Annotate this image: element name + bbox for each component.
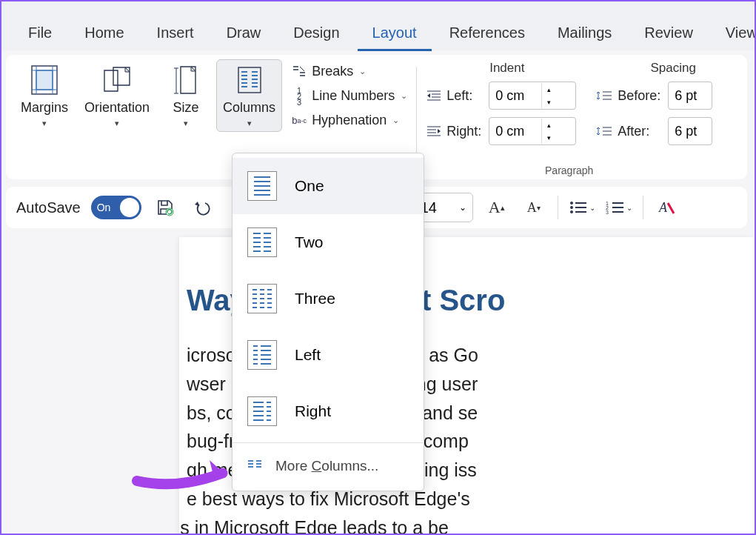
spacing-after-spinner[interactable]: [668, 117, 712, 145]
two-column-icon: [247, 227, 277, 257]
indent-left-spinner[interactable]: ▴▾: [489, 82, 576, 110]
ribbon-tabs: File Home Insert Draw Design Layout Refe…: [1, 12, 755, 50]
columns-option-right[interactable]: Right: [233, 383, 424, 439]
columns-option-label: Left: [295, 346, 321, 364]
svg-point-25: [570, 210, 573, 213]
spacing-before-spinner[interactable]: [668, 82, 712, 110]
indent-right-spinner[interactable]: ▴▾: [489, 117, 576, 145]
orientation-label: Orientation: [84, 100, 150, 116]
indent-left-icon: [426, 90, 442, 102]
bullets-button[interactable]: ⌄: [569, 194, 595, 221]
orientation-button[interactable]: Orientation ▾: [78, 59, 155, 132]
chevron-down-icon: ⌄: [589, 204, 595, 212]
line-numbers-label: Line Numbers: [312, 88, 395, 104]
margins-button[interactable]: Margins ▾: [15, 59, 74, 132]
tab-mailings[interactable]: Mailings: [543, 17, 626, 51]
indent-left-label: Left:: [426, 88, 481, 104]
spin-up[interactable]: ▴: [542, 119, 556, 131]
spacing-before-value[interactable]: [669, 88, 698, 104]
spin-up[interactable]: ▴: [542, 83, 556, 96]
svg-text:A: A: [658, 200, 668, 215]
breaks-button[interactable]: Breaks ⌄: [291, 64, 407, 79]
hyphenation-label: Hyphenation: [312, 113, 387, 128]
tab-draw[interactable]: Draw: [212, 17, 276, 51]
columns-option-label: One: [295, 177, 324, 195]
spacing-after-value[interactable]: [669, 124, 698, 139]
tab-home[interactable]: Home: [70, 17, 138, 51]
left-column-icon: [247, 340, 277, 370]
tab-view[interactable]: View: [711, 17, 756, 51]
autosave-label: AutoSave: [16, 199, 81, 216]
group-paragraph: Indent Spacing Left: ▴▾ Before: Righ: [420, 59, 718, 179]
menu-separator: [233, 442, 424, 443]
spin-down[interactable]: ▾: [542, 131, 556, 144]
tab-layout[interactable]: Layout: [358, 17, 432, 51]
tab-design[interactable]: Design: [278, 17, 354, 51]
columns-option-one[interactable]: One: [233, 158, 424, 214]
tab-review[interactable]: Review: [629, 17, 708, 51]
toggle-knob: [120, 198, 139, 217]
grow-font-button[interactable]: A▴: [484, 194, 510, 221]
indent-right-value[interactable]: [489, 124, 541, 139]
chevron-down-icon: ▾: [115, 119, 119, 128]
svg-point-21: [570, 202, 573, 205]
hyphenation-button[interactable]: ba-c Hyphenation ⌄: [291, 113, 407, 128]
save-button[interactable]: [152, 194, 178, 221]
svg-text:3: 3: [606, 210, 609, 215]
undo-button[interactable]: [189, 194, 215, 221]
titlebar: [1, 1, 755, 12]
shrink-font-button[interactable]: A▾: [521, 194, 547, 221]
right-column-icon: [247, 396, 277, 426]
columns-option-label: Three: [295, 290, 335, 308]
chevron-down-icon: ⌄: [626, 204, 632, 212]
spacing-before-label: Before:: [595, 88, 660, 104]
more-columns-label: More Columns...: [275, 458, 378, 474]
breaks-label: Breaks: [312, 64, 353, 79]
autosave-toggle[interactable]: On: [91, 196, 141, 219]
line-numbers-icon: 123: [291, 90, 307, 103]
spacing-after-label: After:: [595, 124, 660, 139]
more-columns-item[interactable]: More Columns...: [233, 446, 424, 486]
clear-formatting-button[interactable]: A: [654, 194, 680, 221]
indent-right-label: Right:: [426, 124, 481, 139]
size-label: Size: [173, 100, 199, 116]
one-column-icon: [247, 171, 277, 201]
size-button[interactable]: Size ▾: [160, 59, 212, 132]
tab-insert[interactable]: Insert: [142, 17, 209, 51]
margins-icon: [27, 63, 62, 97]
three-column-icon: [247, 284, 277, 313]
spacing-before-icon: [595, 89, 613, 102]
spin-down[interactable]: ▾: [542, 96, 556, 108]
page-gutter: [1, 237, 179, 535]
indent-header: Indent: [489, 61, 524, 76]
tab-references[interactable]: References: [435, 17, 540, 51]
tab-file[interactable]: File: [13, 17, 67, 51]
orientation-icon: [99, 63, 135, 97]
indent-left-value[interactable]: [489, 88, 541, 104]
chevron-down-icon: ▾: [247, 119, 252, 128]
separator: [416, 67, 417, 163]
chevron-down-icon: ▾: [184, 119, 188, 128]
columns-button[interactable]: Columns ▾: [216, 59, 282, 132]
spacing-header: Spacing: [650, 61, 695, 76]
columns-option-label: Two: [295, 233, 324, 251]
columns-option-three[interactable]: Three: [233, 270, 424, 327]
columns-option-left[interactable]: Left: [233, 327, 424, 383]
chevron-down-icon: ⌄: [401, 91, 407, 101]
hyphenation-icon: ba-c: [291, 114, 307, 127]
group-caption-paragraph: Paragraph: [545, 165, 593, 176]
indent-right-icon: [426, 125, 442, 137]
chevron-down-icon: ⌄: [459, 202, 466, 213]
columns-dropdown-menu: One Two Three Left: [232, 153, 424, 491]
columns-label: Columns: [223, 100, 275, 116]
spacing-after-icon: [595, 124, 613, 138]
chevron-down-icon: ⌄: [359, 67, 366, 76]
svg-rect-1: [36, 70, 53, 90]
line-numbers-button[interactable]: 123 Line Numbers ⌄: [291, 88, 407, 104]
columns-icon: [232, 63, 267, 97]
breaks-icon: [291, 65, 307, 79]
columns-option-two[interactable]: Two: [233, 214, 424, 270]
size-icon: [168, 63, 204, 97]
chevron-down-icon: ▾: [42, 119, 47, 128]
numbering-button[interactable]: 123 ⌄: [606, 194, 632, 221]
